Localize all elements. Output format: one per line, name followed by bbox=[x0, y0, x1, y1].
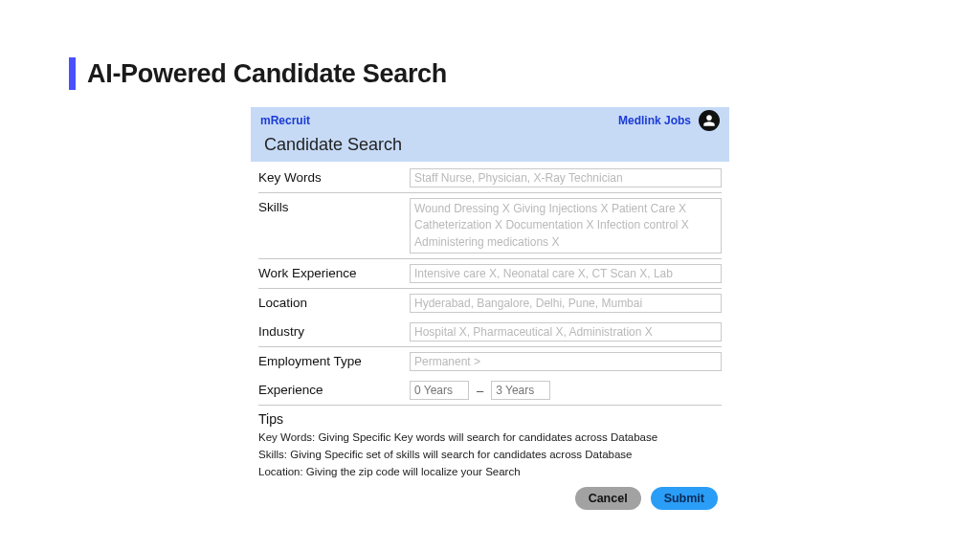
section-title: Candidate Search bbox=[258, 131, 722, 155]
accent-bar bbox=[69, 57, 76, 90]
tips-title: Tips bbox=[258, 411, 722, 427]
row-key-words: Key Words bbox=[258, 164, 722, 193]
row-location: Location bbox=[258, 289, 722, 318]
tips-line-1: Key Words: Giving Specific Key words wil… bbox=[258, 430, 722, 447]
tips-box: Tips Key Words: Giving Specific Key word… bbox=[251, 406, 729, 480]
industry-input[interactable] bbox=[410, 322, 722, 342]
brand-left: mRecruit bbox=[258, 114, 310, 127]
tips-line-2: Skills: Giving Specific set of skills wi… bbox=[258, 447, 722, 464]
user-icon bbox=[702, 114, 716, 127]
label-employment-type: Employment Type bbox=[258, 352, 400, 368]
employment-type-input[interactable] bbox=[410, 352, 722, 371]
candidate-search-panel: mRecruit Medlink Jobs Candidate Search K… bbox=[251, 107, 729, 510]
row-employment-type: Employment Type bbox=[258, 347, 722, 376]
location-input[interactable] bbox=[410, 294, 722, 313]
label-location: Location bbox=[258, 294, 400, 310]
label-work-experience: Work Experience bbox=[258, 264, 400, 280]
submit-button[interactable]: Submit bbox=[651, 487, 718, 510]
avatar[interactable] bbox=[699, 110, 720, 131]
experience-to-input[interactable] bbox=[491, 381, 550, 400]
skills-input[interactable]: Wound Dressing X Giving Injections X Pat… bbox=[410, 198, 722, 253]
experience-from-input[interactable] bbox=[410, 381, 469, 400]
work-experience-input[interactable] bbox=[410, 264, 722, 283]
label-skills: Skills bbox=[258, 198, 400, 214]
experience-dash: – bbox=[477, 384, 483, 398]
cancel-button[interactable]: Cancel bbox=[575, 487, 641, 510]
row-skills: Skills Wound Dressing X Giving Injection… bbox=[258, 193, 722, 259]
search-form: Key Words Skills Wound Dressing X Giving… bbox=[251, 162, 729, 406]
tips-line-3: Location: Giving the zip code will local… bbox=[258, 464, 722, 481]
label-key-words: Key Words bbox=[258, 168, 400, 185]
page-title: AI-Powered Candidate Search bbox=[87, 59, 447, 89]
brand-right: Medlink Jobs bbox=[618, 114, 691, 127]
key-words-input[interactable] bbox=[410, 168, 722, 187]
row-experience: Experience – bbox=[258, 376, 722, 406]
row-work-experience: Work Experience bbox=[258, 259, 722, 289]
row-industry: Industry bbox=[258, 318, 722, 347]
label-experience: Experience bbox=[258, 381, 400, 397]
label-industry: Industry bbox=[258, 322, 400, 339]
app-header: mRecruit Medlink Jobs Candidate Search bbox=[251, 107, 729, 162]
actions-bar: Cancel Submit bbox=[251, 481, 729, 510]
